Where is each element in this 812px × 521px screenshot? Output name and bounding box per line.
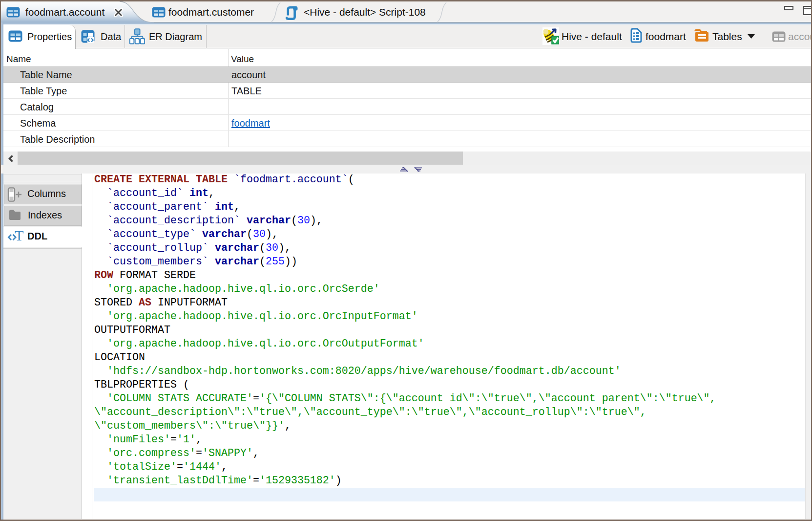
svg-text:T: T bbox=[15, 230, 23, 242]
